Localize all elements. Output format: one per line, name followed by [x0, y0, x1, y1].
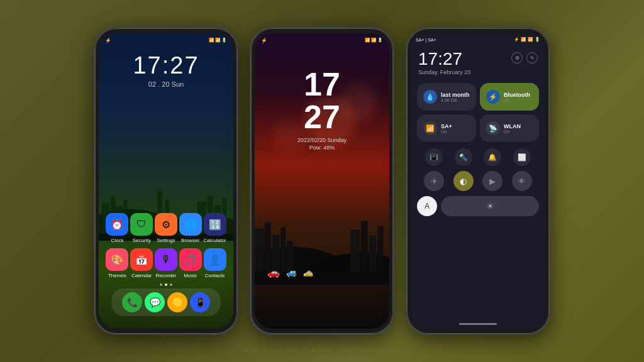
- dock-phone[interactable]: 📞: [122, 292, 142, 312]
- tile-wlan-text: WLAN On: [504, 123, 533, 134]
- app-music[interactable]: 🎵 Music: [179, 248, 203, 278]
- dock-app3[interactable]: 🟡: [167, 292, 187, 312]
- status-sa-left: SA+ | SA+: [416, 38, 436, 42]
- tile-wlan-title: WLAN: [504, 123, 533, 129]
- app-row-1: ⏰ Clock 🛡 Security ⚙ Settings 🌐 Browser: [105, 213, 227, 243]
- control-icons-row2: ✈ ◐ ▶ 👁: [411, 168, 545, 194]
- bluetooth-icon: ⚡: [486, 90, 500, 104]
- tile-bluetooth-value: On: [504, 98, 533, 102]
- app-themes[interactable]: 🎨 Themes: [105, 248, 129, 278]
- phone-2: ⚡ 📶📶🔋 17 27 2022/02/20 Sunday Pow: 48%: [250, 27, 394, 335]
- phone3-date: Sunday, February 20: [418, 69, 470, 75]
- tile-bluetooth[interactable]: ⚡ Bluetooth On: [480, 83, 539, 111]
- header-settings-icon[interactable]: ⚙: [511, 52, 523, 63]
- status-sa-right: ⚡📶📶🔋: [514, 37, 540, 42]
- tile-data-value: 4.36 GB: [441, 98, 470, 102]
- status-right-1: 📶📶🔋: [209, 38, 227, 43]
- eye-btn[interactable]: 👁: [512, 171, 532, 191]
- brightness-icon: ☀: [486, 201, 494, 211]
- dot-1: [160, 283, 162, 286]
- header-edit-icon[interactable]: ✎: [526, 52, 538, 63]
- flashlight-btn[interactable]: 🔦: [455, 148, 472, 166]
- tile-sa[interactable]: 📶 SA+ On: [417, 114, 476, 142]
- phone-3: SA+ | SA+ ⚡📶📶🔋 17:27 Sunday, February 20…: [406, 27, 550, 335]
- app-settings[interactable]: ⚙ Settings: [154, 213, 178, 243]
- status-left-1: ⚡: [105, 38, 111, 43]
- dock-app4[interactable]: 📱: [190, 292, 210, 312]
- phone3-screen: SA+ | SA+ ⚡📶📶🔋 17:27 Sunday, February 20…: [411, 33, 545, 329]
- screenshot-btn[interactable]: ⬜: [513, 148, 531, 166]
- control-grid: 💧 last month 4.36 GB ⚡ Bluetooth On: [411, 79, 545, 146]
- font-size-btn[interactable]: A: [417, 196, 437, 216]
- notifications-btn[interactable]: 🔔: [484, 148, 501, 166]
- tile-data-title: last month: [441, 92, 470, 98]
- phone1-date-display: 02 . 20 Sun: [99, 80, 233, 88]
- tile-data-text: last month 4.36 GB: [441, 92, 470, 102]
- app-browser[interactable]: 🌐 Browser: [179, 213, 203, 243]
- phone2-date: 2022/02/20 Sunday: [255, 137, 389, 143]
- app-calculator[interactable]: 🔢 Calculator: [203, 213, 227, 243]
- phone2-clock: 17 27 2022/02/20 Sunday Pow: 48%: [255, 33, 389, 151]
- page-dots: [105, 283, 227, 286]
- auto-brightness-btn[interactable]: ◐: [453, 171, 474, 191]
- app-recorder[interactable]: 🎙 Recorder: [154, 248, 178, 278]
- tile-sa-title: SA+: [441, 123, 470, 129]
- dot-2: [165, 283, 167, 286]
- data-icon: 💧: [423, 90, 437, 104]
- wlan-icon: 📡: [486, 121, 500, 135]
- app-contacts[interactable]: 👤 Contacts: [203, 248, 227, 278]
- phone2-screen: ⚡ 📶📶🔋 17 27 2022/02/20 Sunday Pow: 48%: [255, 33, 389, 329]
- phone2-power: Pow: 48%: [255, 145, 389, 151]
- car-1: 🚗: [267, 266, 280, 278]
- control-icons-row1: 📳 🔦 🔔 ⬜: [411, 146, 545, 168]
- tile-bluetooth-text: Bluetooth On: [504, 92, 533, 102]
- app-clock[interactable]: ⏰ Clock: [105, 213, 129, 243]
- phone3-time-section: 17:27 Sunday, February 20: [418, 49, 470, 75]
- vibrate-btn[interactable]: 📳: [425, 148, 443, 166]
- dot-3: [170, 283, 172, 286]
- tile-wlan[interactable]: 📡 WLAN On: [480, 114, 539, 142]
- tile-wlan-value: On: [504, 129, 533, 134]
- phone3-header-actions: ⚙ ✎: [511, 49, 538, 63]
- status-right-2: 📶📶🔋: [365, 38, 383, 43]
- car-3: 🚕: [303, 268, 313, 277]
- tile-data[interactable]: 💧 last month 4.36 GB: [417, 83, 476, 111]
- phone2-cars: 🚗 🚙 🚕: [267, 266, 383, 278]
- location-btn[interactable]: ▶: [482, 171, 502, 191]
- app-dock: 📞 💬 🟡 📱: [111, 288, 221, 316]
- control-bottom-row: A ☀: [411, 194, 545, 219]
- tile-sa-text: SA+ On: [441, 123, 470, 134]
- phone3-time-main: 17:27: [418, 49, 470, 69]
- tile-bluetooth-title: Bluetooth: [504, 92, 533, 98]
- phone2-hour: 17: [255, 68, 389, 101]
- home-indicator[interactable]: [459, 323, 497, 325]
- status-left-2: ⚡: [261, 38, 267, 43]
- app-security[interactable]: 🛡 Security: [130, 213, 153, 243]
- airplane-btn[interactable]: ✈: [424, 171, 444, 191]
- phone3-status-bar: SA+ | SA+ ⚡📶📶🔋: [411, 33, 545, 46]
- dock-messages[interactable]: 💬: [145, 292, 165, 312]
- app-calendar[interactable]: 📅 Calendar: [130, 248, 153, 278]
- phone2-minute: 27: [255, 101, 389, 133]
- phone1-screen: ⚡ 📶📶🔋 17:27 02 . 20 Sun: [99, 33, 233, 329]
- phone2-status-bar: ⚡ 📶📶🔋: [255, 33, 389, 47]
- app-row-2: 🎨 Themes 📅 Calendar 🎙 Recorder 🎵 Music: [105, 248, 227, 278]
- car-2: 🚙: [286, 267, 297, 277]
- phone1-time-display: 17:27: [99, 52, 233, 79]
- phone1-app-grid: ⏰ Clock 🛡 Security ⚙ Settings 🌐 Browser: [99, 213, 233, 316]
- tile-sa-value: On: [441, 129, 470, 134]
- phone-1: ⚡ 📶📶🔋 17:27 02 . 20 Sun: [94, 27, 238, 335]
- sa-icon: 📶: [423, 121, 437, 135]
- watermark-text: VISIT FOR MORE THEMES · NAXITHEMES.COM: [242, 348, 402, 353]
- brightness-slider[interactable]: ☀: [441, 196, 539, 216]
- phone1-status-bar: ⚡ 📶📶🔋: [99, 33, 233, 47]
